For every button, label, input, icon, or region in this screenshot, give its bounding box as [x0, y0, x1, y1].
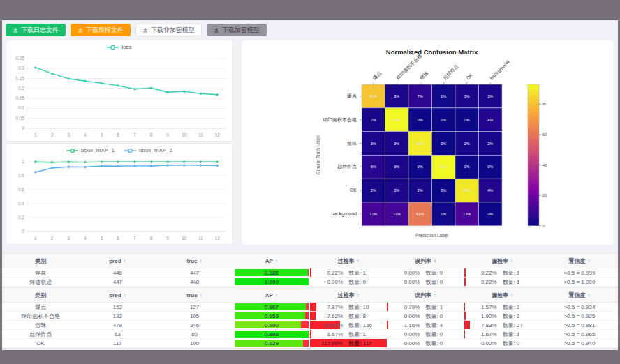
sort-caret-icon[interactable]: ▲▼	[434, 293, 436, 297]
data-point[interactable]	[183, 90, 185, 92]
pred-cell: 447	[79, 278, 156, 286]
rate-bar	[310, 312, 316, 320]
data-point[interactable]	[101, 82, 103, 84]
data-point[interactable]	[101, 165, 103, 167]
data-point[interactable]	[67, 166, 69, 168]
sort-caret-icon[interactable]: ▲▼	[124, 293, 126, 297]
ap-cell: 0.996	[233, 330, 310, 338]
rate-percent: 39.42%	[320, 322, 343, 328]
x-tick-label: 5	[101, 132, 103, 137]
data-point[interactable]	[133, 88, 135, 90]
sort-caret-icon[interactable]: ▲▼	[357, 259, 360, 263]
data-point[interactable]	[34, 66, 36, 68]
colorbar-tick-label: 0	[542, 224, 545, 228]
matrix-col-label: 爆点	[372, 70, 383, 82]
data-point[interactable]	[183, 161, 185, 163]
rate-bar	[464, 330, 466, 338]
y-tick-label: 0.3	[18, 66, 24, 70]
data-point[interactable]	[200, 164, 202, 166]
data-point[interactable]	[51, 161, 53, 163]
rate-count: 数量: 1	[503, 278, 531, 286]
data-point[interactable]	[216, 161, 218, 163]
data-point[interactable]	[150, 161, 152, 163]
x-tick-label: 11	[198, 132, 203, 137]
data-point[interactable]	[117, 84, 119, 86]
column-header-label: AP	[265, 292, 273, 298]
data-point[interactable]	[34, 161, 36, 163]
download-log-file-button[interactable]: 下载日志文件	[6, 24, 66, 36]
sort-caret-icon[interactable]: ▲▼	[434, 259, 436, 263]
matrix-cell-value: 3%	[394, 94, 399, 98]
data-point[interactable]	[117, 165, 119, 167]
download-unencrypted-model-button[interactable]: 下载非加密模型	[135, 24, 202, 36]
rate-count: 数量: 0	[425, 312, 453, 320]
data-point[interactable]	[51, 167, 53, 169]
legend-item-loss[interactable]: loss	[107, 44, 131, 50]
x-tick-label: 7	[133, 132, 136, 137]
sort-caret-icon[interactable]: ▲▼	[510, 259, 513, 263]
detection-metrics-table-2: 类别pred▲▼true▲▼AP▲▼过检率▲▼误判率▲▼漏检率▲▼置信度▲▼爆点…	[2, 287, 618, 349]
sort-caret-icon[interactable]: ▲▼	[200, 293, 202, 297]
sort-caret-icon[interactable]: ▲▼	[587, 293, 590, 297]
sort-caret-icon[interactable]: ▲▼	[587, 259, 590, 263]
matrix-cell-value: 0%	[441, 142, 446, 146]
legend-item-bbox_mAP_1[interactable]: bbox_mAP_1	[66, 147, 115, 153]
sort-caret-icon[interactable]: ▲▼	[124, 259, 126, 263]
sort-caret-icon[interactable]: ▲▼	[357, 293, 360, 297]
data-point[interactable]	[84, 161, 86, 163]
data-point[interactable]	[200, 161, 202, 163]
download-report-file-button[interactable]: 下载简报文件	[71, 24, 131, 36]
rate-values: 7.62%数量: 8	[320, 312, 376, 320]
column-header-label: 类别	[35, 257, 46, 265]
rate-cell: 7.87%数量: 10	[310, 303, 387, 311]
rate-cell: 0.00%数量: 0	[387, 339, 464, 347]
column-header-类别: 类别	[2, 254, 79, 268]
colorbar-tick-label: 80	[542, 102, 547, 106]
sort-caret-icon[interactable]: ▲▼	[200, 259, 202, 263]
data-point[interactable]	[84, 80, 86, 82]
data-point[interactable]	[133, 165, 135, 167]
data-point[interactable]	[67, 77, 69, 79]
data-point[interactable]	[51, 73, 53, 75]
y-tick-label: 0.35	[15, 56, 24, 61]
column-header-类别: 类别	[2, 288, 79, 302]
sort-caret-icon[interactable]: ▲▼	[510, 293, 513, 297]
data-point[interactable]	[216, 93, 218, 96]
rate-bar	[310, 303, 316, 311]
download-encrypted-model-button[interactable]: 下载加密模型	[207, 24, 267, 36]
data-point[interactable]	[150, 165, 152, 167]
rate-cell: 1.67%数量: 1	[464, 330, 541, 338]
data-point[interactable]	[150, 87, 152, 89]
data-point[interactable]	[216, 165, 218, 167]
sort-caret-icon[interactable]: ▲▼	[275, 293, 278, 297]
data-point[interactable]	[34, 171, 36, 173]
y-tick-label: 0.8	[18, 173, 24, 178]
pred-cell: 132	[79, 312, 156, 320]
confusion-matrix-figure: Normalized Confusion Matrix爆点焊印面积不合格熔珠起焊…	[242, 40, 614, 245]
data-point[interactable]	[67, 161, 69, 163]
data-point[interactable]	[183, 164, 185, 166]
legend-item-bbox_mAP_2[interactable]: bbox_mAP_2	[124, 147, 172, 153]
data-point[interactable]	[166, 161, 168, 163]
rate-values: 7.83%数量: 27	[475, 321, 531, 329]
pred-cell: 479	[79, 321, 156, 329]
download-icon	[214, 27, 219, 33]
colorbar-tick-label: 20	[542, 193, 547, 197]
matrix-cell-value: 89%	[463, 188, 471, 192]
rate-bar	[310, 268, 311, 277]
matrix-row-label: 爆点	[347, 93, 357, 99]
data-point[interactable]	[101, 161, 103, 163]
data-point[interactable]	[200, 93, 202, 95]
data-point[interactable]	[84, 166, 86, 168]
data-point[interactable]	[133, 161, 135, 163]
rate-values: 1.57%数量: 2	[475, 303, 531, 311]
data-point[interactable]	[166, 164, 168, 166]
rate-cell: 0.22%数量: 1	[464, 268, 541, 277]
matrix-row-label: 起焊炸点	[337, 164, 357, 169]
matrix-cell-value: 0%	[441, 118, 446, 122]
matrix-cell-value: 81%	[369, 94, 377, 98]
x-tick-label: 6	[117, 132, 119, 137]
data-point[interactable]	[166, 91, 168, 93]
sort-caret-icon[interactable]: ▲▼	[275, 259, 278, 263]
data-point[interactable]	[117, 161, 119, 163]
